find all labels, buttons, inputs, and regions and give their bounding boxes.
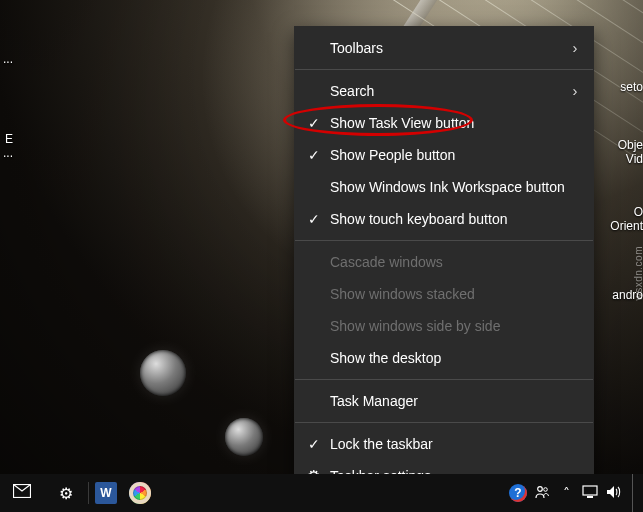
menu-label: Show Task View button xyxy=(330,115,474,131)
desktop-icon-label[interactable]: ... xyxy=(3,52,13,66)
tray-volume[interactable] xyxy=(602,474,626,512)
menu-item-show-task-view[interactable]: ✓ Show Task View button xyxy=(294,107,594,139)
guitar-knob xyxy=(140,350,186,396)
chevron-up-icon: ˄ xyxy=(563,485,570,501)
system-tray: ? ˄ xyxy=(506,474,643,512)
menu-label: Lock the taskbar xyxy=(330,436,433,452)
desktop-icon-label[interactable]: E ... xyxy=(3,132,13,161)
monitor-icon xyxy=(582,485,598,502)
tray-help[interactable]: ? xyxy=(506,474,530,512)
task-paint[interactable] xyxy=(123,474,157,512)
taskbar-left: ⚙ W xyxy=(0,474,157,512)
watermark: wsxdn.com xyxy=(634,246,644,301)
guitar-knob xyxy=(225,418,263,456)
menu-label: Task Manager xyxy=(330,393,418,409)
settings-button[interactable]: ⚙ xyxy=(44,474,88,512)
show-desktop-peek[interactable] xyxy=(632,474,639,512)
menu-label: Show windows stacked xyxy=(330,286,475,302)
menu-item-lock-taskbar[interactable]: ✓ Lock the taskbar xyxy=(294,428,594,460)
menu-separator xyxy=(295,69,593,70)
help-icon: ? xyxy=(509,484,527,502)
tray-network[interactable] xyxy=(578,474,602,512)
menu-item-search[interactable]: Search › xyxy=(294,75,594,107)
menu-label: Show windows side by side xyxy=(330,318,500,334)
taskbar: ⚙ W ? ˄ xyxy=(0,474,643,512)
taskbar-context-menu: Toolbars › Search › ✓ Show Task View but… xyxy=(294,26,594,498)
check-icon: ✓ xyxy=(304,139,324,171)
menu-item-show-people[interactable]: ✓ Show People button xyxy=(294,139,594,171)
menu-item-windows-stacked: Show windows stacked xyxy=(294,278,594,310)
svg-point-1 xyxy=(538,486,543,491)
menu-item-windows-side-by-side: Show windows side by side xyxy=(294,310,594,342)
desktop-icon-label[interactable]: seto xyxy=(620,80,643,94)
check-icon: ✓ xyxy=(304,428,324,460)
check-icon: ✓ xyxy=(304,203,324,235)
desktop-icon-label[interactable]: Obje Vid xyxy=(618,138,643,167)
menu-item-task-manager[interactable]: Task Manager xyxy=(294,385,594,417)
task-word[interactable]: W xyxy=(89,474,123,512)
menu-item-show-desktop[interactable]: Show the desktop xyxy=(294,342,594,374)
desktop-icon-label[interactable]: O Orient xyxy=(610,205,643,234)
menu-label: Search xyxy=(330,83,374,99)
people-icon xyxy=(534,484,550,503)
speaker-icon xyxy=(606,485,622,502)
menu-item-show-touch-keyboard[interactable]: ✓ Show touch keyboard button xyxy=(294,203,594,235)
mail-button[interactable] xyxy=(0,474,44,512)
svg-rect-3 xyxy=(583,486,597,495)
tray-people[interactable] xyxy=(530,474,554,512)
tray-overflow[interactable]: ˄ xyxy=(554,474,578,512)
check-icon: ✓ xyxy=(304,107,324,139)
menu-label: Show People button xyxy=(330,147,455,163)
svg-rect-4 xyxy=(587,496,593,498)
menu-label: Show Windows Ink Workspace button xyxy=(330,179,565,195)
chevron-right-icon: › xyxy=(568,32,582,64)
word-icon: W xyxy=(95,482,117,504)
menu-label: Show touch keyboard button xyxy=(330,211,507,227)
menu-label: Toolbars xyxy=(330,40,383,56)
menu-separator xyxy=(295,379,593,380)
mail-icon xyxy=(13,484,31,502)
menu-item-cascade-windows: Cascade windows xyxy=(294,246,594,278)
chevron-right-icon: › xyxy=(568,75,582,107)
menu-separator xyxy=(295,240,593,241)
menu-separator xyxy=(295,422,593,423)
gear-icon: ⚙ xyxy=(59,484,73,503)
menu-item-show-ink-workspace[interactable]: Show Windows Ink Workspace button xyxy=(294,171,594,203)
menu-label: Show the desktop xyxy=(330,350,441,366)
svg-point-2 xyxy=(544,487,548,491)
paint-icon xyxy=(129,482,151,504)
menu-item-toolbars[interactable]: Toolbars › xyxy=(294,32,594,64)
menu-label: Cascade windows xyxy=(330,254,443,270)
